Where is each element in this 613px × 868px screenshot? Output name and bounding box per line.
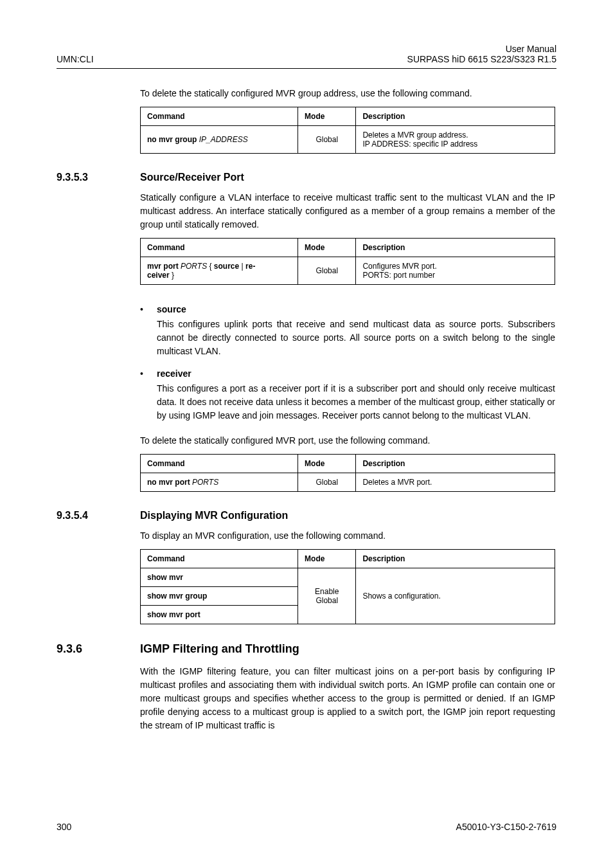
bullet-lead: receiver: [157, 367, 555, 381]
td-cmd: mvr port PORTS { source | re- ceiver }: [141, 257, 298, 285]
table-show-mvr: Command Mode Description show mvr Enable…: [140, 549, 555, 624]
cmd-kw3b: ceiver: [147, 271, 170, 280]
intro-delete-group: To delete the statically configured MVR …: [140, 87, 555, 100]
heading-igmp-filtering: 9.3.6IGMP Filtering and Throttling: [57, 642, 555, 656]
td-mode: Global: [298, 126, 356, 154]
heading-num: 9.3.6: [57, 642, 140, 656]
cmd-kw1: mvr port: [147, 262, 179, 271]
th-description: Description: [356, 239, 555, 257]
heading-num: 9.3.5.4: [57, 510, 140, 521]
heading-title: Source/Receiver Port: [140, 172, 244, 183]
desc-l2: PORTS: port number: [362, 271, 435, 280]
heading-num: 9.3.5.3: [57, 172, 140, 183]
td-cmd-r1: show mvr: [141, 568, 298, 587]
td-desc: Shows a configuration.: [356, 568, 555, 624]
para-igmp-filtering: With the IGMP filtering feature, you can…: [140, 665, 555, 732]
bullet-lead: source: [157, 303, 555, 316]
para-static-vlan: Statically configure a VLAN interface to…: [140, 191, 555, 231]
th-mode: Mode: [298, 455, 356, 473]
th-description: Description: [356, 455, 555, 473]
heading-title: Displaying MVR Configuration: [140, 510, 288, 521]
td-desc: Deletes a MVR port.: [356, 473, 555, 492]
bullet-receiver: • receiver This configures a port as a r…: [140, 367, 555, 422]
th-mode: Mode: [298, 107, 356, 126]
cmd-arg: IP_ADDRESS: [199, 135, 248, 144]
th-command: Command: [141, 107, 298, 126]
mode-l2: Global: [315, 596, 338, 605]
th-description: Description: [356, 550, 555, 568]
cmd-keyword: no mvr group: [147, 135, 197, 144]
heading-source-receiver: 9.3.5.3Source/Receiver Port: [57, 172, 555, 183]
td-mode: Global: [298, 257, 356, 285]
header-left: UMN:CLI: [57, 54, 94, 64]
cmd-keyword: no mvr port: [147, 478, 190, 487]
cmd-kw3a: re-: [245, 262, 255, 271]
desc-l1: Configures MVR port.: [362, 262, 436, 271]
para-display-mvr: To display an MVR configuration, use the…: [140, 529, 555, 543]
cmd-kw2: source: [214, 262, 239, 271]
th-description: Description: [356, 107, 555, 126]
td-cmd-r2: show mvr group: [141, 587, 298, 606]
para-delete-port: To delete the statically configured MVR …: [140, 434, 555, 448]
table-mvr-port: Command Mode Description mvr port PORTS …: [140, 238, 555, 285]
header-right-l2: SURPASS hiD 6615 S223/S323 R1.5: [407, 54, 556, 64]
td-mode: Global: [298, 473, 356, 492]
th-command: Command: [141, 550, 298, 568]
cmd-arg1: PORTS: [181, 262, 207, 271]
heading-display-mvr: 9.3.5.4Displaying MVR Configuration: [57, 510, 555, 521]
cmd-arg: PORTS: [192, 478, 218, 487]
cmd-pipe: |: [242, 262, 244, 271]
header-rule: [57, 68, 556, 69]
td-mode: Enable Global: [298, 568, 356, 624]
heading-title: IGMP Filtering and Throttling: [140, 642, 299, 655]
cmd-brace-close: }: [172, 271, 174, 280]
footer-doc-id: A50010-Y3-C150-2-7619: [456, 822, 556, 832]
td-cmd: no mvr group IP_ADDRESS: [141, 126, 298, 154]
table-delete-port: Command Mode Description no mvr port POR…: [140, 454, 555, 492]
cmd-brace-open: {: [209, 262, 212, 271]
footer-page-number: 300: [57, 822, 71, 832]
desc-l2: IP ADDRESS: specific IP address: [362, 140, 477, 149]
table-delete-group: Command Mode Description no mvr group IP…: [140, 107, 555, 154]
header-right-l1: User Manual: [407, 44, 556, 54]
td-desc: Configures MVR port. PORTS: port number: [356, 257, 555, 285]
td-cmd-r3: show mvr port: [141, 606, 298, 624]
mode-l1: Enable: [315, 587, 339, 596]
bullet-mark: •: [140, 367, 157, 422]
th-mode: Mode: [298, 239, 356, 257]
th-command: Command: [141, 455, 298, 473]
bullet-source: • source This configures uplink ports th…: [140, 303, 555, 358]
td-cmd: no mvr port PORTS: [141, 473, 298, 492]
td-desc: Deletes a MVR group address. IP ADDRESS:…: [356, 126, 555, 154]
bullet-mark: •: [140, 303, 157, 358]
th-command: Command: [141, 239, 298, 257]
bullet-body: This configures uplink ports that receiv…: [157, 319, 555, 356]
header-right: User Manual SURPASS hiD 6615 S223/S323 R…: [407, 44, 556, 64]
desc-l1: Deletes a MVR group address.: [362, 131, 468, 140]
bullet-body: This configures a port as a receiver por…: [157, 383, 555, 420]
th-mode: Mode: [298, 550, 356, 568]
